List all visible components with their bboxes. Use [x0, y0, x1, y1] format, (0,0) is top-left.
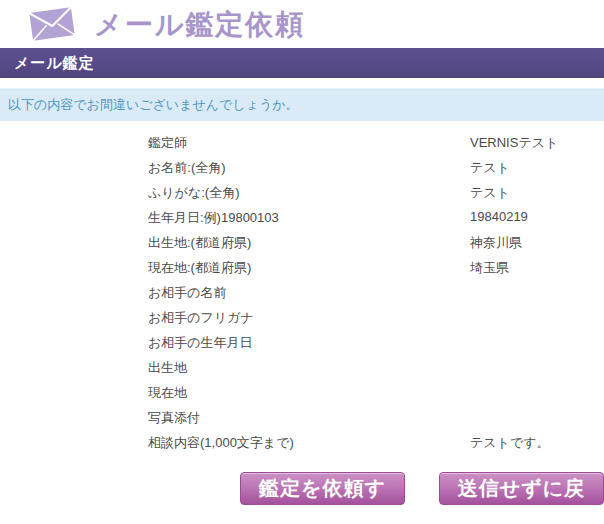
field-label: お相手のフリガナ: [148, 309, 470, 327]
field-label: 現在地: [148, 384, 470, 402]
section-bar-title: メール鑑定: [14, 54, 95, 71]
table-row: 出生地: [148, 359, 584, 384]
field-label: 出生地: [148, 359, 470, 377]
field-label: 写真添付: [148, 409, 470, 427]
field-label: 出生地:(都道府県): [148, 234, 470, 252]
page-title: メール鑑定依頼: [94, 9, 305, 39]
field-value: テスト: [470, 184, 584, 202]
table-row: お相手の名前: [148, 284, 584, 309]
field-label: お名前:(全角): [148, 159, 470, 177]
table-row: お相手のフリガナ: [148, 309, 584, 334]
site-header: メール鑑定依頼: [0, 0, 604, 48]
table-row: 鑑定師 VERNISテスト: [148, 134, 584, 159]
table-row: 生年月日:例)19800103 19840219: [148, 209, 584, 234]
table-row: お名前:(全角) テスト: [148, 159, 584, 184]
table-row: ふりがな:(全角) テスト: [148, 184, 584, 209]
field-value: テストです。: [470, 434, 584, 452]
field-value: 神奈川県: [470, 234, 584, 252]
envelope-icon: [26, 4, 78, 44]
table-row: 現在地: [148, 384, 584, 409]
field-label: 生年月日:例)19800103: [148, 209, 470, 227]
request-appraisal-button[interactable]: 鑑定を依頼する: [240, 472, 405, 505]
field-label: お相手の生年月日: [148, 334, 470, 352]
field-value: 19840219: [470, 209, 584, 224]
table-row: 出生地:(都道府県) 神奈川県: [148, 234, 584, 259]
table-row: お相手の生年月日: [148, 334, 584, 359]
field-label: 相談内容(1,000文字まで): [148, 434, 470, 452]
field-value: 埼玉県: [470, 259, 584, 277]
confirmation-notice-text: 以下の内容でお間違いございませんでしょうか。: [8, 97, 299, 112]
confirmation-notice: 以下の内容でお間違いございませんでしょうか。: [0, 88, 604, 121]
section-bar: メール鑑定: [0, 48, 604, 78]
table-row: 写真添付: [148, 409, 584, 434]
table-row: 現在地:(都道府県) 埼玉県: [148, 259, 584, 284]
field-value: テスト: [470, 159, 584, 177]
field-value: VERNISテスト: [470, 134, 584, 152]
field-label: お相手の名前: [148, 284, 470, 302]
button-row: 鑑定を依頼する 送信せずに戻る: [0, 472, 604, 505]
field-label: 鑑定師: [148, 134, 470, 152]
field-label: ふりがな:(全角): [148, 184, 470, 202]
table-row: 相談内容(1,000文字まで) テストです。: [148, 434, 584, 459]
back-without-send-button[interactable]: 送信せずに戻る: [439, 472, 604, 505]
field-label: 現在地:(都道府県): [148, 259, 470, 277]
review-table: 鑑定師 VERNISテスト お名前:(全角) テスト ふりがな:(全角) テスト…: [0, 134, 604, 459]
